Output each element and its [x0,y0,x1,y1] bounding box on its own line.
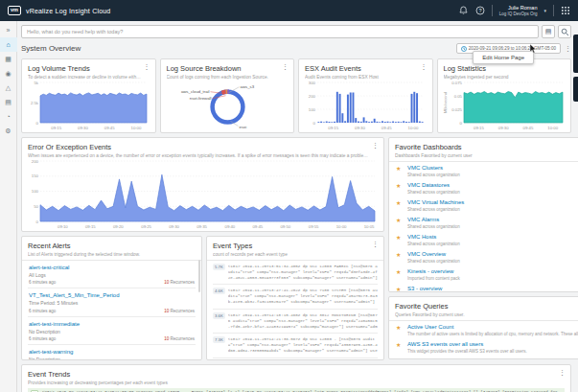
query-link[interactable]: Active User Count [407,324,578,330]
app-switcher-grid-icon[interactable] [561,6,570,15]
favorite-query-item: ★ Active User Count The number of active… [395,321,578,338]
event-trend-row[interactable]: + <981> 2020-09-21T16:53:21.527521+00:00… [28,388,565,392]
notifications-bell-icon[interactable] [459,6,469,15]
svg-text:09:35: 09:35 [197,224,207,229]
card-kebab-icon[interactable]: ⋮ [421,63,428,70]
nav-dashboards-icon[interactable]: ▦ [0,52,17,66]
right-edge-tab-top[interactable] [573,35,578,73]
star-icon[interactable]: ★ [396,251,404,264]
card-kebab-icon[interactable]: ⋮ [282,63,289,70]
svg-text:2.5k: 2.5k [31,101,39,105]
search-icon[interactable] [558,25,571,38]
svg-text:aws_cloud_trail: aws_cloud_trail [180,89,209,94]
log-statistics-area-chart: 0.0750.050.025009:1509:3009:4510:00MBs/s… [443,80,566,130]
card-subtitle: Audit Events coming from ESX Host [305,75,427,80]
svg-text:09:30: 09:30 [497,126,508,130]
event-count-badge: 3.6K [213,312,225,319]
star-icon[interactable]: ★ [396,286,404,292]
event-log-text: <181> 2019-11-25T13:51:34.405Z dp NSX 12… [228,264,378,282]
card-kebab-icon[interactable]: ⋮ [372,241,379,247]
nav-alerts-icon[interactable]: △ [0,81,17,95]
star-icon[interactable]: ★ [396,324,404,336]
nav-content-packs-icon[interactable]: ▤ [0,95,17,109]
left-nav-rail: » ⌂ ▦ ◉ △ ▤ ◔ ⚙ [0,21,17,392]
star-icon[interactable]: ★ [396,199,404,212]
dashboard-link[interactable]: VMC Datastores [407,182,578,188]
alert-name-link[interactable]: VT_Test_Alert_5_Min_Time_Period [29,292,195,298]
card-title: Event Trends [28,370,565,379]
main-content: ▤ System Overview 2020-09-21 09:06:29 to… [17,21,578,392]
dashboard-link[interactable]: VMC Hosts [407,234,578,240]
svg-text:10:00: 10:00 [408,126,419,130]
svg-text:0.075: 0.075 [451,81,462,85]
home-page-kebab-icon[interactable]: ⋮ [565,45,571,52]
dashboard-link[interactable]: S3 - overview [407,286,578,291]
card-title: Error Or Exception Events [28,143,378,151]
alert-description: No Description [29,329,195,334]
svg-text:09:15: 09:15 [85,224,96,229]
dashboard-link[interactable]: VMC Overview [407,251,578,257]
alert-name-link[interactable]: alert-test-critical [29,265,195,270]
mouse-cursor [530,44,538,54]
edit-home-page-menu-item[interactable]: Edit Home Page [473,51,534,64]
event-count-badge: 4.6K [213,288,225,294]
nav-home-icon[interactable]: ⌂ [0,37,17,52]
card-subtitle: count of records per each event type [213,252,378,257]
chevron-down-icon[interactable]: ▾ [543,8,546,13]
star-icon[interactable]: ★ [396,217,404,229]
star-icon[interactable]: ★ [396,268,404,281]
dashboard-link[interactable]: Kinesis - overview [407,268,578,274]
nav-usage-icon[interactable]: ◔ [0,109,17,124]
alert-list-item: alert-test-immediate No Description 6 mi… [28,317,196,346]
help-search-input[interactable] [21,25,539,38]
card-kebab-icon[interactable]: ⋮ [144,63,150,70]
svg-text:MBs/second: MBs/second [443,92,448,113]
event-count-badge: 5.7K [213,264,225,270]
svg-text:0: 0 [36,219,39,224]
scrollbar[interactable] [198,260,200,292]
card-favorite-dashboards: Favorite Dashboards Dashboards Favorited… [388,137,578,292]
event-type-row[interactable]: 7.3K <181> 2019-11-25T14:21:36.567Z dp N… [213,334,378,358]
card-kebab-icon[interactable]: ⋮ [372,142,379,149]
star-icon[interactable]: ★ [396,234,404,246]
svg-text:?: ? [478,8,481,13]
event-type-row[interactable]: 8.5K <981> 2019-11-14T14:27:41.090114+00… [213,358,378,361]
star-icon[interactable]: ★ [396,165,404,177]
card-log-volume-trends: Log Volume Trends To detect a sudden inc… [21,58,156,133]
svg-text:09:40: 09:40 [225,224,236,229]
query-link[interactable]: AWS S3 events over all users [407,341,578,347]
nav-configuration-icon[interactable]: ⚙ [0,124,17,138]
alert-list-item: alert-test-critical All Logs 6 minutes a… [28,261,196,289]
favorite-dashboard-item: ★ S3 - overview Imported from content pa… [395,283,578,293]
nav-expand-icon[interactable]: » [0,23,17,37]
right-edge-tab-bottom[interactable] [573,77,578,102]
event-log-text: <181> 2019-11-25T14:18:15.460Z dp NSX 30… [228,312,378,331]
event-type-row[interactable]: 3.6K <181> 2019-11-25T14:18:15.460Z dp N… [213,310,378,334]
alert-list-item: VT_Test_Alert_5_Min_Time_Period Time Per… [28,288,196,317]
star-icon[interactable]: ★ [396,182,404,195]
card-event-types: Event Types count of records per each ev… [206,236,384,360]
nav-explore-logs-icon[interactable]: ◉ [0,66,17,81]
help-icon[interactable]: ? [475,6,485,15]
dashboard-link[interactable]: VMC Alarms [407,217,578,222]
user-menu[interactable]: Julie Roman Log IQ DevOps Org [499,5,538,16]
card-recent-alerts: Recent Alerts List of Alerts triggered d… [21,236,202,360]
event-type-row[interactable]: 5.7K <181> 2019-11-25T13:51:34.405Z dp N… [213,261,378,286]
svg-text:09:30: 09:30 [169,224,179,229]
saved-queries-icon[interactable]: ▤ [542,25,555,38]
dashboard-link[interactable]: VMC Virtual Machines [407,199,578,205]
card-log-source-breakdown: Log Source Breakdown Count of logs comin… [160,58,295,133]
card-kebab-icon[interactable]: ⋮ [559,369,566,376]
star-icon[interactable]: ★ [396,341,404,354]
card-esx-audit-events: ESX Audit Events Audit Events coming fro… [298,58,433,133]
dashboard-link[interactable]: VMC Clusters [407,165,578,171]
card-subtitle: Queries Favorited by current user. [395,312,578,317]
alert-name-link[interactable]: alert-test-warning [29,349,195,355]
alert-time: 6 minutes ago [29,309,56,313]
alert-name-link[interactable]: alert-test-immediate [29,321,195,327]
dashboard-desc: Shared across organization [407,242,578,246]
log-volume-area-chart: 5k2.5k009:1509:3009:4510:00 [27,80,150,130]
svg-text:09:20: 09:20 [113,224,124,229]
svg-text:10:00: 10:00 [336,224,347,229]
event-type-row[interactable]: 4.6K <181> 2019-11-25T13:47:41.202Z dp N… [213,285,378,310]
